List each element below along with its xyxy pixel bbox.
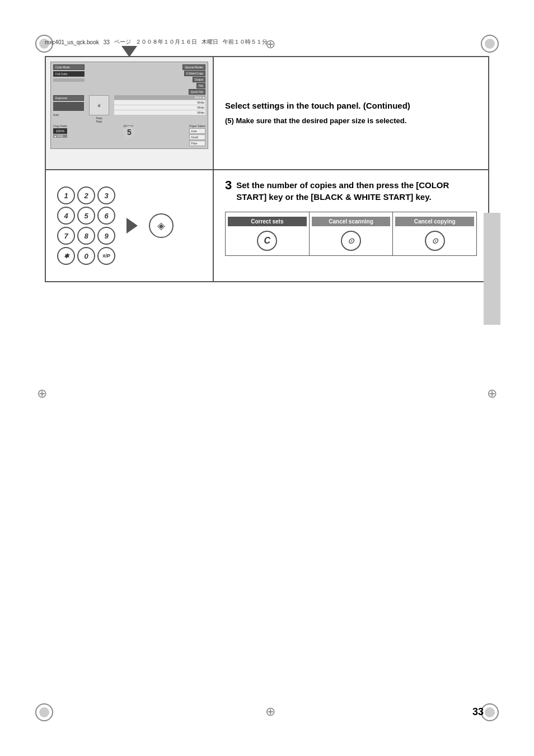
arrow-right-icon: [127, 218, 138, 234]
keypad-area: 1 2 3 4 5 6 7 8 9 ✱ 0 #/P ◈: [46, 170, 214, 281]
panel-center-col: 🖨 PlainPlain: [85, 95, 113, 123]
copy-ratio-label: Copy Ratio: [53, 124, 67, 128]
instructions-right: Select settings in the touch panel. (Con…: [214, 57, 488, 169]
main-content: Color Mode Full Color Special Modes 2-Si…: [45, 56, 489, 689]
panel-left-col: Exposure Auto: [53, 95, 84, 123]
step5-label: 5: [123, 126, 135, 138]
day-meta: 木曜日: [202, 38, 218, 46]
action-buttons: Correct sets C Cancel scanning ⊙ Cancel …: [225, 212, 477, 256]
cancel-scanning-icon: ⊙: [341, 231, 361, 251]
gray-side-panel: [484, 213, 500, 325]
cancel-scanning-label: Cancel scanning: [312, 217, 391, 226]
cancel-copying-btn[interactable]: Cancel copying ⊙: [393, 212, 476, 255]
paper-small: Small: [189, 134, 205, 140]
panel-top-row: Color Mode Full Color Special Modes 2-Si…: [53, 64, 205, 95]
start-button[interactable]: ◈: [149, 213, 174, 238]
correct-sets-icon: C: [257, 231, 277, 251]
panel-display: [53, 78, 85, 82]
key-2[interactable]: 2: [77, 186, 95, 204]
step-number-row: 3 Set the number of copies and then pres…: [225, 179, 477, 203]
panel-right-col: White ■ White White White: [114, 95, 205, 123]
two-sided-copy-btn: 2-Sided Copy: [184, 71, 205, 76]
panel-middle: Exposure Auto 🖨 PlainPlain White ■ White…: [53, 95, 205, 123]
section-touch-panel: Color Mode Full Color Special Modes 2-Si…: [45, 56, 489, 170]
page-label: ページ: [114, 38, 131, 46]
corner-mark-bl: [35, 703, 53, 721]
date-meta: ２００８年１０月１６日: [135, 38, 197, 46]
full-color-btn: Full Color: [53, 71, 85, 77]
correct-sets-label: Correct sets: [228, 217, 307, 226]
key-1[interactable]: 1: [57, 186, 75, 204]
cancel-copying-label: Cancel copying: [395, 217, 474, 226]
quick-file-btn: Quick File: [189, 89, 205, 95]
cancel-scanning-btn[interactable]: Cancel scanning ⊙: [310, 212, 394, 255]
keypad: 1 2 3 4 5 6 7 8 9 ✱ 0 #/P: [57, 186, 115, 265]
file-btn: File: [196, 83, 205, 88]
plain-label: PlainPlain: [96, 116, 102, 123]
exposure-display: [53, 102, 84, 111]
step-number: 3: [225, 179, 232, 192]
output-btn: Output: [193, 77, 205, 82]
key-9[interactable]: 9: [97, 227, 115, 245]
page-meta: 33: [104, 39, 110, 45]
cancel-copying-icon: ⊙: [425, 231, 445, 251]
arrow-down-icon: [121, 46, 137, 57]
paper-item-2: White: [114, 100, 205, 105]
instruction-sub: (5) Make sure that the desired paper siz…: [225, 116, 477, 126]
paper-item-4: White: [114, 110, 205, 115]
copy-ratio-section: Copy Ratio 100% ■ #402: [53, 124, 67, 146]
copy-ratio-value: 100%: [53, 128, 67, 134]
color-mode-btn: Color Mode: [53, 64, 85, 70]
special-modes-btn: Special Modes: [182, 64, 205, 70]
exposure-btn: Exposure: [53, 95, 84, 101]
paper-select-section: Paper Select Auto Small Plain: [189, 124, 205, 146]
paper-item-3: White: [114, 105, 205, 110]
key-0[interactable]: 0: [77, 247, 95, 265]
header-metadata: mxc401_us_qck.book 33 ページ ２００８年１０月１６日 木曜…: [45, 38, 489, 46]
correct-sets-btn[interactable]: Correct sets C: [226, 212, 310, 255]
key-6[interactable]: 6: [97, 207, 115, 225]
arrow-icon: [127, 218, 138, 234]
touch-panel-screenshot: Color Mode Full Color Special Modes 2-Si…: [46, 57, 214, 169]
printer-icon: 🖨: [89, 95, 109, 115]
crosshair-bottom: [265, 704, 275, 719]
paper-size-label: ■ #402: [53, 134, 67, 138]
paper-plain: Plain: [189, 141, 205, 146]
key-8[interactable]: 8: [77, 227, 95, 245]
paper-auto: Auto: [189, 128, 205, 134]
auto-label: Auto: [53, 113, 84, 116]
key-hash-p[interactable]: #/P: [97, 247, 115, 265]
filename: mxc401_us_qck.book: [45, 39, 99, 45]
key-7[interactable]: 7: [57, 227, 75, 245]
section-step3: 1 2 3 4 5 6 7 8 9 ✱ 0 #/P ◈: [45, 170, 489, 282]
instruction-title: Select settings in the touch panel. (Con…: [225, 100, 477, 111]
paper-select-label: Paper Select: [189, 124, 205, 128]
paper-item-1: White ■: [114, 95, 205, 100]
time-meta: 午前１０時５１分: [223, 38, 268, 46]
step-instruction: Set the number of copies and then press …: [236, 179, 477, 203]
key-3[interactable]: 3: [97, 186, 115, 204]
page-number: 33: [472, 706, 484, 718]
key-4[interactable]: 4: [57, 207, 75, 225]
key-5[interactable]: 5: [77, 207, 95, 225]
paper-list: White ■ White White White: [114, 95, 205, 115]
start-icon: ◈: [157, 220, 165, 232]
step3-right: 3 Set the number of copies and then pres…: [214, 170, 488, 281]
key-star[interactable]: ✱: [57, 247, 75, 265]
